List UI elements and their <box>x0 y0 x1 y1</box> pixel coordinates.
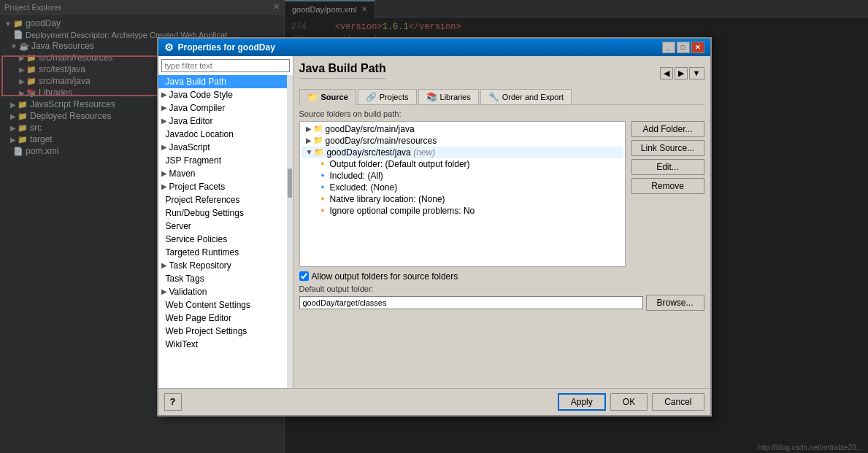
nav-scrollbar[interactable] <box>287 75 293 388</box>
source-tree[interactable]: ▶ 📁 goodDay/src/main/java ▶ 📁 goodDay/sr… <box>299 121 626 267</box>
src-tree-item-ignore: 🔸 Ignore optional compile problems: No <box>302 205 623 217</box>
src-tree-item-excluded: 🔹 Excluded: (None) <box>302 182 623 193</box>
content-title: Java Build Path <box>299 62 386 79</box>
dropdown-button[interactable]: ▼ <box>689 67 704 80</box>
dialog-title-icon: ⚙ <box>164 42 174 53</box>
back-button[interactable]: ◀ <box>660 67 673 80</box>
nav-item-task-tags[interactable]: Task Tags <box>158 272 287 285</box>
maximize-button[interactable]: □ <box>677 42 690 53</box>
src-tree-item-output: 🔸 Output folder: (Default output folder) <box>302 158 623 170</box>
order-export-tab-icon: 🔧 <box>488 92 499 102</box>
nav-item-service-policies[interactable]: Service Policies <box>158 233 287 246</box>
dialog-main-content: Java Build Path ◀ ▶ ▼ 📁 Source 🔗 <box>293 56 710 388</box>
apply-button[interactable]: Apply <box>558 393 606 411</box>
nav-item-java-build-path[interactable]: Java Build Path <box>158 75 287 88</box>
tab-order-export[interactable]: 🔧 Order and Export <box>480 89 572 104</box>
nav-item-java-editor[interactable]: ▶Java Editor <box>158 115 287 128</box>
forward-button[interactable]: ▶ <box>675 67 688 80</box>
bottom-section: Allow output folders for source folders … <box>299 271 704 311</box>
allow-output-label: Allow output folders for source folders <box>312 271 458 282</box>
projects-tab-icon: 🔗 <box>366 92 377 102</box>
tab-projects[interactable]: 🔗 Projects <box>358 89 417 104</box>
browse-button[interactable]: Browse... <box>646 295 704 311</box>
source-folders-label: Source folders on build path: <box>299 109 704 118</box>
add-folder-button[interactable]: Add Folder... <box>631 121 704 137</box>
properties-dialog: ⚙ Properties for goodDay _ □ ✕ Java Buil… <box>157 37 712 417</box>
src-tree-item-included: 🔹 Included: (All) <box>302 170 623 182</box>
allow-output-row: Allow output folders for source folders <box>299 271 704 282</box>
dialog-title-bar: ⚙ Properties for goodDay _ □ ✕ <box>158 39 710 56</box>
nav-item-javadoc[interactable]: Javadoc Location <box>158 128 287 141</box>
src-tree-item-native: 🔸 Native library location: (None) <box>302 193 623 205</box>
nav-item-project-facets[interactable]: ▶Project Facets <box>158 180 287 193</box>
tree-arrow: ▶ <box>306 125 312 133</box>
nav-item-jsp-fragment[interactable]: JSP Fragment <box>158 154 287 167</box>
nav-item-validation[interactable]: ▶Validation <box>158 285 287 298</box>
tree-arrow: ▶ <box>306 136 312 144</box>
nav-item-java-code-style[interactable]: ▶Java Code Style <box>158 88 287 101</box>
tab-projects-label: Projects <box>380 93 409 101</box>
modal-overlay[interactable]: ⚙ Properties for goodDay _ □ ✕ Java Buil… <box>0 0 868 453</box>
nav-scroll-area: Java Build Path ▶Java Code Style ▶Java C… <box>158 75 293 388</box>
nav-item-web-page-editor[interactable]: Web Page Editor <box>158 311 287 325</box>
link-source-button[interactable]: Link Source... <box>631 140 704 156</box>
output-icon: 🔸 <box>318 159 328 169</box>
source-tab-icon: 📁 <box>307 92 318 102</box>
nav-item-javascript[interactable]: ▶JavaScript <box>158 141 287 154</box>
src-tree-item[interactable]: ▶ 📁 goodDay/src/main/resources <box>302 135 623 147</box>
native-icon: 🔸 <box>318 194 328 204</box>
nav-item-maven[interactable]: ▶Maven <box>158 167 287 180</box>
nav-arrows: ◀ ▶ ▼ <box>660 67 704 80</box>
nav-item-web-project-settings[interactable]: Web Project Settings <box>158 325 287 338</box>
nav-filter-input[interactable] <box>161 59 290 72</box>
ignore-icon: 🔸 <box>318 206 328 215</box>
minimize-button[interactable]: _ <box>662 42 675 53</box>
action-buttons: Add Folder... Link Source... Edit... Rem… <box>631 121 704 194</box>
dialog-body: Java Build Path ▶Java Code Style ▶Java C… <box>158 56 710 388</box>
tab-libraries-label: Libraries <box>440 93 471 101</box>
window-controls: _ □ ✕ <box>662 42 704 53</box>
nav-item-targeted-runtimes[interactable]: Targeted Runtimes <box>158 246 287 259</box>
allow-output-checkbox[interactable] <box>299 271 309 281</box>
nav-item-task-repository[interactable]: ▶Task Repository <box>158 259 287 272</box>
output-row: Browse... <box>299 295 704 311</box>
nav-item-wikitext[interactable]: WikiText <box>158 338 287 351</box>
nav-list: Java Build Path ▶Java Code Style ▶Java C… <box>158 75 287 388</box>
tab-libraries[interactable]: 📚 Libraries <box>418 89 479 104</box>
ok-button[interactable]: OK <box>610 393 648 411</box>
footer-buttons: Apply OK Cancel <box>558 393 704 411</box>
nav-item-server[interactable]: Server <box>158 220 287 233</box>
included-icon: 🔹 <box>318 171 328 180</box>
source-row: ▶ 📁 goodDay/src/main/java ▶ 📁 goodDay/sr… <box>299 121 704 267</box>
edit-button[interactable]: Edit... <box>631 159 704 175</box>
dialog-footer: ? Apply OK Cancel <box>158 388 710 415</box>
nav-item-project-references[interactable]: Project References <box>158 193 287 206</box>
nav-item-run-debug[interactable]: Run/Debug Settings <box>158 206 287 220</box>
folder-icon: 📁 <box>314 147 324 157</box>
tab-source-label: Source <box>321 93 348 101</box>
default-output-input[interactable] <box>299 296 643 309</box>
remove-button[interactable]: Remove <box>631 178 704 194</box>
default-output-label: Default output folder: <box>299 284 704 293</box>
tab-order-export-label: Order and Export <box>502 93 564 101</box>
excluded-icon: 🔹 <box>318 182 328 192</box>
content-header: Java Build Path ◀ ▶ ▼ <box>299 62 704 85</box>
tab-bar: 📁 Source 🔗 Projects 📚 Libraries 🔧 Order … <box>299 89 704 105</box>
tree-arrow: ▼ <box>306 148 313 156</box>
nav-item-web-content-settings[interactable]: Web Content Settings <box>158 298 287 311</box>
nav-scroll-thumb[interactable] <box>288 169 292 198</box>
src-tree-item-test-java[interactable]: ▼ 📁 goodDay/src/test/java (new) <box>302 147 623 158</box>
cancel-button[interactable]: Cancel <box>652 393 704 411</box>
folder-icon: 📁 <box>313 136 323 145</box>
folder-icon: 📁 <box>313 124 323 133</box>
tab-source[interactable]: 📁 Source <box>299 89 356 105</box>
src-tree-item[interactable]: ▶ 📁 goodDay/src/main/java <box>302 123 623 135</box>
help-button[interactable]: ? <box>164 393 182 411</box>
libraries-tab-icon: 📚 <box>426 92 437 102</box>
dialog-title: Properties for goodDay <box>178 42 275 53</box>
dialog-close-button[interactable]: ✕ <box>691 42 704 53</box>
dialog-nav: Java Build Path ▶Java Code Style ▶Java C… <box>158 56 293 388</box>
nav-item-java-compiler[interactable]: ▶Java Compiler <box>158 101 287 115</box>
